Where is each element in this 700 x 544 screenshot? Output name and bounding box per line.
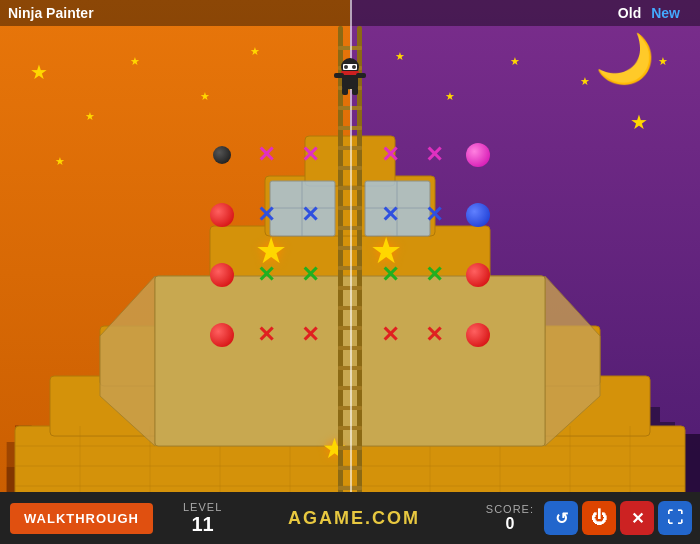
walkthrough-button[interactable]: WALKTHROUGH: [10, 503, 153, 534]
score-info: SCORE: 0: [486, 503, 534, 533]
cross-red: ✕: [245, 314, 287, 356]
ninja-character: [332, 55, 368, 95]
power-button[interactable]: ⏻: [582, 501, 616, 535]
cross-pink: ✕: [369, 134, 411, 176]
close-button[interactable]: ✕: [620, 501, 654, 535]
ball-blue: [457, 194, 499, 236]
game-container: Ninja Painter Old New 🌙 ★ ★ ★ ★ ★ ★ ★ ★ …: [0, 0, 700, 544]
svg-rect-51: [334, 73, 344, 78]
agame-logo: AGAME.COM: [222, 508, 486, 529]
level-info: LEVEL 11: [183, 501, 222, 536]
title-old: Old: [618, 5, 651, 21]
ball-black: [201, 134, 243, 176]
title-new: New: [651, 5, 700, 21]
cross-red: ✕: [289, 314, 331, 356]
refresh-button[interactable]: ↺: [544, 501, 578, 535]
svg-rect-53: [342, 87, 348, 95]
ball-red-2: [457, 254, 499, 296]
ball-magenta: [457, 134, 499, 176]
ball-red: [201, 194, 243, 236]
cross-green: ✕: [289, 254, 331, 296]
ball-red: [201, 314, 243, 356]
cross-pink: ✕: [413, 134, 455, 176]
ball-red-3: [457, 314, 499, 356]
cross-red: ✕: [369, 314, 411, 356]
level-label: LEVEL: [183, 501, 222, 513]
cross-green: ✕: [413, 254, 455, 296]
control-buttons: ↺ ⏻ ✕ ⛶: [544, 501, 692, 535]
bottom-bar: WALKTHROUGH LEVEL 11 AGAME.COM SCORE: 0 …: [0, 492, 700, 544]
svg-point-49: [352, 65, 356, 69]
level-number: 11: [183, 513, 222, 536]
gold-star-left: ★: [255, 230, 287, 272]
cross-pink: ✕: [289, 134, 331, 176]
cross-blue: ✕: [413, 194, 455, 236]
score-value: 0: [486, 515, 534, 533]
score-label: SCORE:: [486, 503, 534, 515]
svg-rect-52: [356, 73, 366, 78]
expand-button[interactable]: ⛶: [658, 501, 692, 535]
cross-red: ✕: [413, 314, 455, 356]
game-title: Ninja Painter: [0, 5, 618, 21]
ball-red: [201, 254, 243, 296]
gold-star-right: ★: [370, 230, 402, 272]
svg-rect-54: [352, 87, 358, 95]
cross-blue: ✕: [289, 194, 331, 236]
svg-point-48: [344, 65, 348, 69]
cross-pink: ✕: [245, 134, 287, 176]
